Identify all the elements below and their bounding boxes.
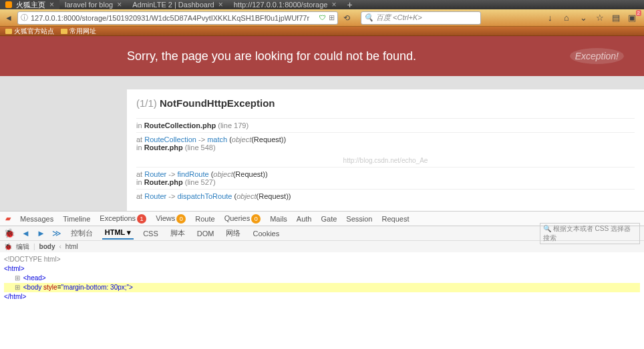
crumb-html[interactable]: html	[65, 243, 78, 250]
expand-icon[interactable]: ⊞	[15, 283, 21, 292]
debug-queries[interactable]: Queries0	[224, 214, 261, 224]
shield-icon: 🛡	[319, 14, 326, 21]
reload-button[interactable]: ⟲	[341, 12, 353, 24]
page-content: Sorry, the page you are looking for coul…	[0, 36, 644, 211]
pocket-icon[interactable]: ⌄	[580, 13, 591, 23]
devtools-tab-cookies[interactable]: Cookies	[250, 228, 282, 239]
info-icon[interactable]: ⓘ	[21, 13, 28, 23]
trace-method[interactable]: dispatchToRoute	[178, 192, 232, 200]
debug-views[interactable]: Views0	[156, 214, 186, 224]
crumb-body[interactable]: body	[39, 243, 55, 250]
stack-trace: (1/1) NotFoundHttpException in RouteColl…	[127, 89, 644, 211]
notification-icon[interactable]: ▣	[628, 13, 639, 23]
url-text: 127.0.0.1:8000/storage/1501920931/W1dc5D…	[31, 14, 317, 22]
close-icon[interactable]: ×	[218, 0, 223, 9]
debug-session[interactable]: Session	[346, 215, 372, 223]
debug-exceptions[interactable]: Exceptions1	[100, 214, 146, 224]
trace-class[interactable]: RouteCollection	[144, 135, 196, 143]
error-header: Sorry, the page you are looking for coul…	[0, 36, 644, 76]
tab-label: 火狐主页	[16, 0, 45, 10]
tab-label: laravel for blog	[65, 1, 113, 9]
bookmark-firefox[interactable]: 火狐官方站点	[5, 27, 54, 36]
watermark: http://blog.csdn.net/echo_Ae	[136, 157, 635, 164]
browser-tab-bar: 火狐主页 × laravel for blog × AdminLTE 2 | D…	[0, 0, 644, 9]
close-icon[interactable]: ×	[49, 0, 54, 9]
qr-icon[interactable]: ⊞	[329, 13, 335, 22]
step-icon[interactable]: ≫	[52, 228, 61, 238]
trace-class[interactable]: Router	[144, 192, 166, 200]
edit-icon[interactable]: 🐞	[4, 243, 12, 250]
back-button[interactable]: ◄	[3, 12, 15, 24]
devtools-tab-css[interactable]: CSS	[140, 228, 161, 239]
trace-row: at Router -> findRoute (object(Request))…	[136, 167, 635, 189]
trace-method[interactable]: match	[207, 135, 227, 143]
debug-mails[interactable]: Mails	[270, 215, 287, 223]
search-placeholder: 百度 <Ctrl+K>	[376, 13, 422, 23]
exception-name: NotFoundHttpException	[160, 97, 275, 109]
trace-row: at Router -> dispatchToRoute (object(Req…	[136, 189, 635, 203]
edit-label[interactable]: 编辑	[16, 242, 29, 252]
bookmark-label: 常用网址	[69, 27, 96, 36]
trace-row: in RouteCollection.php (line 179)	[136, 118, 635, 132]
bookmark-icon[interactable]: ☆	[596, 13, 607, 23]
debug-timeline[interactable]: Timeline	[63, 215, 90, 223]
bookmark-bar: 火狐官方站点 常用网址	[0, 27, 644, 36]
exception-count: (1/1)	[136, 97, 157, 109]
inspect-icon[interactable]: 🐞	[4, 228, 15, 238]
trace-row: at RouteCollection -> match (object(Requ…	[136, 132, 635, 154]
debug-messages[interactable]: Messages	[20, 215, 53, 223]
nav-bar: ◄ ⓘ 127.0.0.1:8000/storage/1501920931/W1…	[0, 9, 644, 27]
download-icon[interactable]: ↓	[548, 13, 558, 23]
debug-gate[interactable]: Gate	[321, 215, 337, 223]
prev-icon[interactable]: ◄	[21, 228, 30, 238]
devtools-tab-script[interactable]: 脚本	[168, 227, 188, 240]
folder-icon	[5, 29, 12, 34]
tab-adminlte[interactable]: AdminLTE 2 | Dashboard ×	[127, 0, 228, 9]
debug-auth[interactable]: Auth	[297, 215, 312, 223]
addon-icon[interactable]: ▤	[612, 13, 623, 23]
firefox-icon	[5, 1, 12, 8]
close-icon[interactable]: ×	[331, 0, 336, 9]
trace-file[interactable]: Router.php	[144, 178, 183, 186]
trace-file[interactable]: RouteCollection.php	[144, 121, 216, 129]
expand-icon[interactable]: ⊞	[15, 274, 21, 283]
tab-laravel[interactable]: laravel for blog ×	[59, 0, 127, 9]
tab-firefox-home[interactable]: 火狐主页 ×	[0, 0, 59, 9]
exception-title: (1/1) NotFoundHttpException	[136, 97, 635, 109]
debug-request[interactable]: Request	[381, 215, 409, 223]
folder-icon	[61, 29, 67, 34]
devtools-source[interactable]: <!DOCTYPE html> <html> ⊞ <head> ⊞ <body …	[0, 252, 644, 304]
devtools-tab-html[interactable]: HTML ▾	[102, 227, 134, 240]
url-bar[interactable]: ⓘ 127.0.0.1:8000/storage/1501920931/W1dc…	[17, 11, 338, 25]
close-icon[interactable]: ×	[117, 0, 122, 9]
debug-route[interactable]: Route	[195, 215, 214, 223]
debug-logo[interactable]: ▰	[5, 214, 11, 223]
bookmark-common[interactable]: 常用网址	[61, 27, 96, 36]
search-box[interactable]: 🔍 百度 <Ctrl+K>	[361, 11, 481, 25]
trace-method[interactable]: findRoute	[178, 170, 209, 178]
error-message: Sorry, the page you are looking for coul…	[20, 49, 416, 63]
tab-label: http://127.0.0.1:8000/storage	[234, 1, 328, 9]
tab-label: AdminLTE 2 | Dashboard	[132, 1, 214, 9]
home-icon[interactable]: ⌂	[564, 13, 575, 23]
trace-file[interactable]: Router.php	[144, 143, 183, 151]
new-tab-button[interactable]: +	[341, 0, 357, 10]
next-icon[interactable]: ►	[37, 228, 45, 238]
exception-logo: Exception!	[570, 48, 624, 64]
trace-class[interactable]: Router	[144, 170, 166, 178]
devtools-tab-dom[interactable]: DOM	[194, 228, 217, 239]
devtools-tab-console[interactable]: 控制台	[68, 227, 96, 240]
bookmark-label: 火狐官方站点	[14, 27, 54, 36]
devtools-search[interactable]: 🔍 根据文本或者 CSS 选择器搜索	[540, 223, 640, 244]
devtools-tabs: 🐞 ◄ ► ≫ 控制台 HTML ▾ CSS 脚本 DOM 网络 Cookies…	[0, 226, 644, 240]
devtools-tab-network[interactable]: 网络	[223, 227, 243, 240]
tab-storage[interactable]: http://127.0.0.1:8000/storage ×	[228, 0, 342, 9]
